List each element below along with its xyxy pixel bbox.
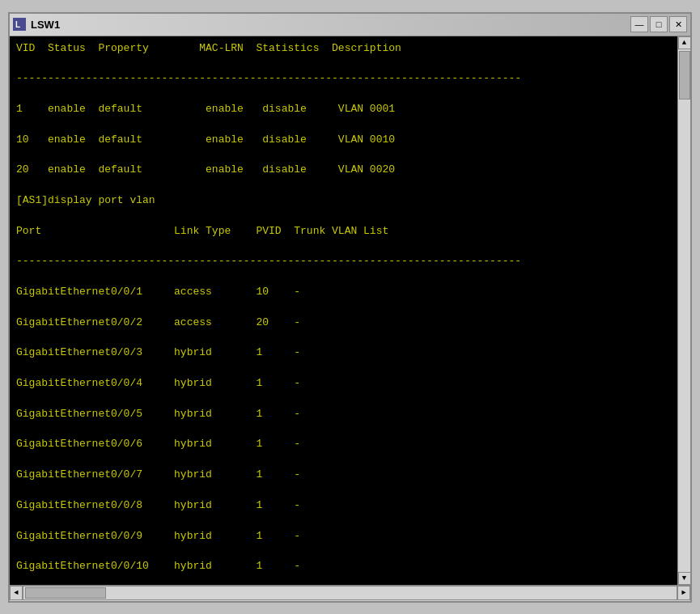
terminal-line: ----------------------------------------… xyxy=(16,71,671,87)
terminal-line: GigabitEthernet0/0/3 hybrid 1 - xyxy=(16,345,671,361)
h-scrollbar-track xyxy=(23,586,677,600)
terminal-line: GigabitEthernet0/0/10 hybrid 1 - xyxy=(16,559,671,574)
terminal-output[interactable]: VID Status Property MAC-LRN Statistics D… xyxy=(10,36,677,585)
terminal-line: GigabitEthernet0/0/9 hybrid 1 - xyxy=(16,529,671,544)
terminal-line: GigabitEthernet0/0/1 access 10 - xyxy=(16,285,671,300)
svg-text:L: L xyxy=(15,20,20,29)
terminal-line: GigabitEthernet0/0/5 hybrid 1 - xyxy=(16,407,671,422)
terminal-line: 1 enable default enable disable VLAN 000… xyxy=(16,102,671,117)
terminal-line: 10 enable default enable disable VLAN 00… xyxy=(16,133,671,148)
title-bar-left: L LSW1 xyxy=(13,18,60,31)
window-title: LSW1 xyxy=(31,19,60,31)
h-scroll-thumb[interactable] xyxy=(25,587,106,599)
maximize-button[interactable]: □ xyxy=(650,16,668,32)
terminal-line: Port Link Type PVID Trunk VLAN List xyxy=(16,224,671,239)
scroll-down-button[interactable]: ▼ xyxy=(678,572,691,585)
horizontal-scrollbar-bar: ◄ ► xyxy=(10,585,690,601)
terminal-line: GigabitEthernet0/0/6 hybrid 1 - xyxy=(16,437,671,452)
scroll-up-button[interactable]: ▲ xyxy=(678,36,691,49)
terminal-area: VID Status Property MAC-LRN Statistics D… xyxy=(10,36,690,585)
terminal-line: ----------------------------------------… xyxy=(16,254,671,269)
terminal-line: GigabitEthernet0/0/2 access 20 - xyxy=(16,315,671,331)
scroll-right-button[interactable]: ► xyxy=(677,586,690,600)
scroll-thumb[interactable] xyxy=(679,51,690,100)
scroll-left-button[interactable]: ◄ xyxy=(10,586,23,600)
vertical-scrollbar[interactable]: ▲ ▼ xyxy=(677,36,690,585)
title-bar: L LSW1 — □ ✕ xyxy=(10,14,690,36)
terminal-line: VID Status Property MAC-LRN Statistics D… xyxy=(16,41,671,57)
window-icon: L xyxy=(13,18,26,31)
minimize-button[interactable]: — xyxy=(630,16,648,32)
terminal-window: L LSW1 — □ ✕ VID Status Property MAC-LRN… xyxy=(8,12,692,603)
close-button[interactable]: ✕ xyxy=(669,16,687,32)
terminal-line: GigabitEthernet0/0/7 hybrid 1 - xyxy=(16,468,671,483)
window-controls: — □ ✕ xyxy=(630,16,687,32)
terminal-line: GigabitEthernet0/0/8 hybrid 1 - xyxy=(16,498,671,514)
terminal-line: 20 enable default enable disable VLAN 00… xyxy=(16,163,671,178)
terminal-line: GigabitEthernet0/0/4 hybrid 1 - xyxy=(16,376,671,392)
terminal-line: [AS1]display port vlan xyxy=(16,193,671,209)
